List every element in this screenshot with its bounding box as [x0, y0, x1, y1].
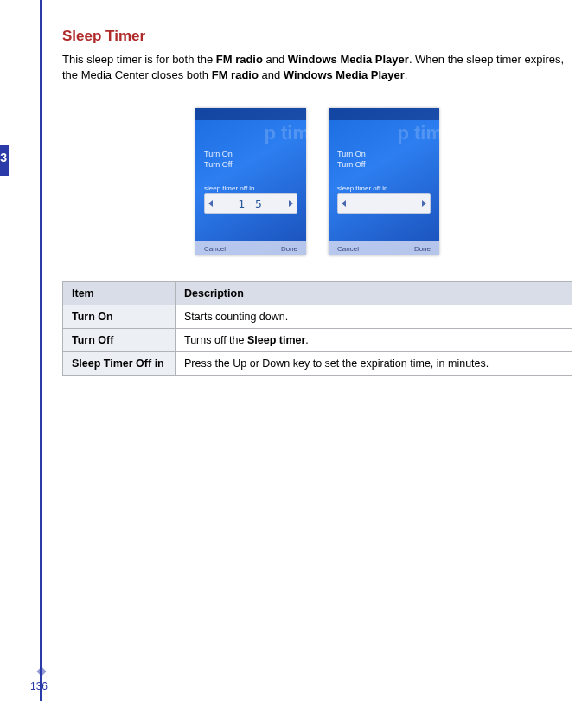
- table-row: Turn Off Turns off the Sleep timer.: [63, 329, 572, 352]
- phone-statusbar: [195, 108, 306, 120]
- margin-divider: [40, 0, 42, 701]
- intro-bold: Windows Media Player: [284, 68, 405, 81]
- intro-bold: FM radio: [212, 68, 259, 81]
- softkey-right: Done: [414, 245, 431, 253]
- arrow-right-icon: [422, 200, 426, 207]
- chapter-tab-label: 3: [0, 151, 7, 164]
- intro-bold: Windows Media Player: [288, 53, 409, 66]
- arrow-left-icon: [342, 200, 346, 207]
- footer-diamond-icon: [36, 666, 46, 676]
- table-header-row: Item Description: [63, 282, 572, 305]
- intro-text: and: [259, 68, 284, 81]
- left-margin-rail: 3 136: [0, 0, 43, 701]
- page-number: 136: [30, 680, 48, 692]
- screenshot-row: p tim Turn On Turn Off sleep timer off i…: [62, 108, 572, 255]
- softkey-left: Cancel: [337, 245, 359, 253]
- arrow-right-icon: [289, 200, 293, 207]
- slider-label: sleep timer off in: [337, 184, 431, 192]
- phone-menu-item: Turn On: [337, 150, 366, 158]
- intro-text: and: [263, 53, 288, 66]
- phone-softkey-bar: Cancel Done: [329, 241, 439, 255]
- chapter-tab: 3: [0, 145, 9, 176]
- intro-text: This sleep timer is for both the: [62, 53, 216, 66]
- header-item: Item: [63, 282, 176, 305]
- table-row: Sleep Timer Off in Press the Up or Down …: [63, 352, 572, 376]
- page-content: Sleep Timer This sleep timer is for both…: [62, 28, 572, 376]
- cell-item: Turn Off: [63, 329, 176, 352]
- slider-box: [337, 193, 431, 214]
- intro-bold: FM radio: [216, 53, 263, 66]
- phone-menu-item: Turn On: [204, 150, 233, 158]
- arrow-left-icon: [208, 200, 213, 207]
- phone-menu-item: Turn Off: [337, 160, 366, 169]
- slider-value: 1 5: [238, 197, 263, 210]
- sleep-timer-ghost-text: p tim: [397, 122, 443, 145]
- phone-softkey-bar: Cancel Done: [195, 241, 306, 255]
- screenshot-left: p tim Turn On Turn Off sleep timer off i…: [195, 108, 306, 255]
- phone-statusbar: [329, 108, 439, 120]
- slider-box: 1 5: [204, 193, 297, 214]
- cell-desc: Turns off the Sleep timer.: [176, 329, 572, 352]
- softkey-left: Cancel: [204, 245, 226, 253]
- table-row: Turn On Starts counting down.: [63, 305, 572, 329]
- screenshot-right: p tim Turn On Turn Off sleep timer off i…: [329, 108, 439, 255]
- softkey-right: Done: [281, 245, 297, 253]
- cell-item: Sleep Timer Off in: [63, 352, 176, 376]
- cell-desc: Starts counting down.: [176, 305, 572, 329]
- sleep-timer-ghost-text: p tim: [264, 122, 310, 145]
- description-table: Item Description Turn On Starts counting…: [62, 281, 572, 376]
- section-heading: Sleep Timer: [62, 28, 572, 45]
- intro-text: .: [405, 68, 408, 81]
- cell-item: Turn On: [63, 305, 176, 329]
- phone-menu-item: Turn Off: [204, 160, 233, 169]
- intro-paragraph: This sleep timer is for both the FM radi…: [62, 52, 572, 82]
- cell-desc: Press the Up or Down key to set the expi…: [176, 352, 572, 376]
- header-description: Description: [176, 282, 572, 305]
- slider-label: sleep timer off in: [204, 184, 297, 192]
